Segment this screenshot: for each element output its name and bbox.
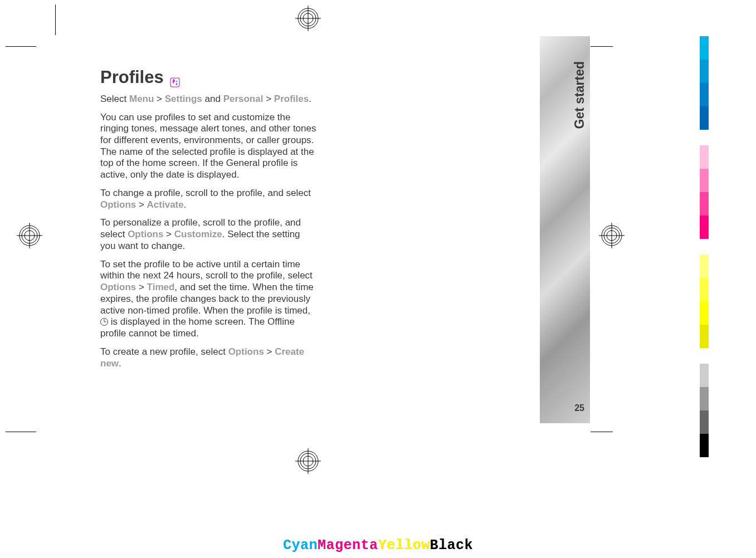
color-swatch (700, 254, 709, 278)
color-swatch (700, 60, 709, 83)
color-swatch (700, 278, 709, 301)
yellow-label: Yellow (378, 537, 430, 554)
nav-path: Select Menu > Settings and Personal > Pr… (100, 94, 316, 105)
color-swatch (700, 106, 709, 130)
menu-label: Settings (165, 94, 202, 104)
svg-point-7 (175, 83, 177, 85)
color-swatch (700, 434, 709, 457)
registration-mark-icon (599, 223, 625, 248)
page-number: 25 (574, 403, 584, 413)
color-swatch (700, 192, 709, 216)
menu-label: Options (100, 282, 136, 292)
menu-label: Menu (129, 94, 154, 104)
color-swatch (700, 36, 709, 60)
color-swatch (700, 301, 709, 325)
menu-label: Options (100, 199, 136, 210)
title-text: Profiles (100, 67, 164, 88)
menu-label: Activate (147, 199, 184, 210)
sep: > (136, 199, 147, 210)
text: and (202, 94, 223, 104)
color-control-strip (700, 36, 709, 457)
text: To change a profile, scroll to the profi… (100, 188, 311, 198)
sep: > (154, 94, 164, 104)
crop-mark (591, 46, 613, 47)
text: Select (100, 94, 129, 104)
sep: > (264, 346, 275, 357)
color-swatch (700, 325, 709, 348)
menu-label: Options (128, 229, 163, 239)
clock-icon (100, 318, 108, 326)
sep: > (136, 282, 147, 292)
crop-mark (55, 4, 56, 35)
registration-mark-icon (295, 448, 321, 474)
sep: > (263, 94, 274, 104)
menu-label: Personal (223, 94, 264, 104)
svg-point-6 (175, 80, 177, 82)
crop-mark (6, 432, 36, 432)
page-title: Profiles (100, 67, 316, 88)
intro-paragraph: You can use profiles to set and customiz… (100, 112, 316, 181)
magenta-label: Magenta (318, 537, 378, 554)
color-swatch (700, 364, 709, 387)
black-label: Black (430, 537, 474, 554)
text: To create a new profile, select (100, 346, 228, 357)
color-swatch (700, 216, 709, 239)
svg-rect-5 (170, 78, 179, 87)
menu-label: Options (228, 346, 264, 357)
registration-mark-icon (17, 223, 42, 248)
page-body: Profiles Select Menu > Settings and Pers… (100, 67, 316, 376)
crop-mark (6, 46, 36, 47)
registration-mark-icon (295, 6, 321, 31)
profiles-icon (169, 72, 181, 83)
personalize-paragraph: To personalize a profile, scroll to the … (100, 217, 316, 252)
text: To set the profile to be active until a … (100, 259, 313, 281)
crop-mark (591, 432, 613, 432)
text: . (184, 199, 187, 210)
section-label: Get started (572, 61, 587, 129)
color-swatch (700, 83, 709, 106)
timed-paragraph: To set the profile to be active until a … (100, 259, 316, 340)
change-paragraph: To change a profile, scroll to the profi… (100, 188, 316, 211)
menu-label: Profiles (274, 94, 309, 104)
menu-label: Timed (147, 282, 175, 292)
section-thumb-tab: Get started 25 (540, 36, 590, 423)
color-swatch (700, 169, 709, 192)
text: . (309, 94, 311, 104)
sep: > (163, 229, 174, 239)
cmyk-label: Cyan Magenta Yellow Black (283, 537, 473, 554)
text: is displayed in the home screen. The Off… (100, 316, 295, 339)
cyan-label: Cyan (283, 537, 318, 554)
color-swatch (700, 387, 709, 410)
create-paragraph: To create a new profile, select Options … (100, 346, 316, 369)
color-swatch (700, 145, 709, 169)
text: . (119, 358, 121, 369)
menu-label: Customize (174, 229, 222, 239)
color-swatch (700, 410, 709, 434)
